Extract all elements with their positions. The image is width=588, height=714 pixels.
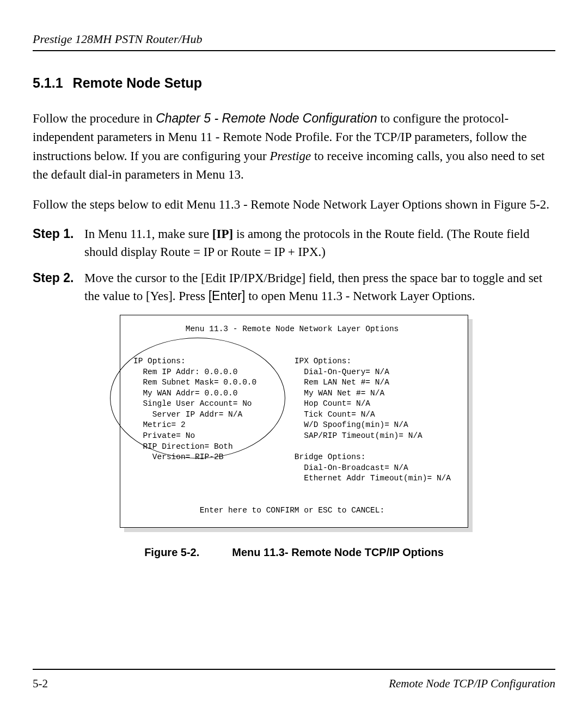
paragraph-1: Follow the procedure in Chapter 5 - Remo… [33, 109, 555, 185]
step2-key: [Enter] [209, 289, 246, 303]
p1-part-a: Follow the procedure in [33, 112, 156, 125]
step1-bold: [IP] [212, 227, 233, 241]
footer-page-number: 5-2 [33, 675, 48, 693]
step-item: Step 2. Move the cursor to the [Edit IP/… [33, 269, 555, 306]
p1-chapter-ref: Chapter 5 - Remote Node Configuration [156, 111, 377, 125]
steps-list: Step 1. In Menu 11.1, make sure [IP] is … [33, 225, 555, 305]
step-label: Step 1. [33, 225, 84, 261]
p1-product-name: Prestige [270, 149, 311, 163]
figure-title: Menu 11.3- Remote Node TCP/IP Options [232, 546, 444, 558]
footer-row: 5-2 Remote Node TCP/IP Configuration [33, 675, 555, 693]
step-label: Step 2. [33, 269, 84, 306]
figure-label: Figure 5-2. [144, 546, 199, 558]
paragraph-2: Follow the steps below to edit Menu 11.3… [33, 196, 555, 215]
terminal-content: Menu 11.3 - Remote Node Network Layer Op… [133, 324, 455, 516]
figure: Menu 11.3 - Remote Node Network Layer Op… [33, 315, 555, 560]
footer-chapter-title: Remote Node TCP/IP Configuration [389, 675, 555, 693]
section-title: Remote Node Setup [73, 75, 203, 90]
running-header: Prestige 128MH PSTN Router/Hub [33, 30, 555, 51]
footer-rule [33, 669, 555, 670]
terminal-box: Menu 11.3 - Remote Node Network Layer Op… [120, 315, 468, 527]
page: Prestige 128MH PSTN Router/Hub 5.1.1Remo… [0, 0, 588, 714]
section-number: 5.1.1 [33, 75, 63, 90]
step1-pre: In Menu 11.1, make sure [84, 227, 212, 241]
step-body: In Menu 11.1, make sure [IP] is among th… [84, 225, 555, 261]
section-heading: 5.1.1Remote Node Setup [33, 73, 555, 94]
page-footer: 5-2 Remote Node TCP/IP Configuration [33, 669, 555, 693]
figure-caption: Figure 5-2.Menu 11.3- Remote Node TCP/IP… [33, 544, 555, 560]
step2-post: to open Menu 11.3 - Network Layer Option… [245, 289, 475, 303]
step-item: Step 1. In Menu 11.1, make sure [IP] is … [33, 225, 555, 261]
terminal-window: Menu 11.3 - Remote Node Network Layer Op… [120, 315, 468, 527]
step-body: Move the cursor to the [Edit IP/IPX/Brid… [84, 269, 555, 306]
